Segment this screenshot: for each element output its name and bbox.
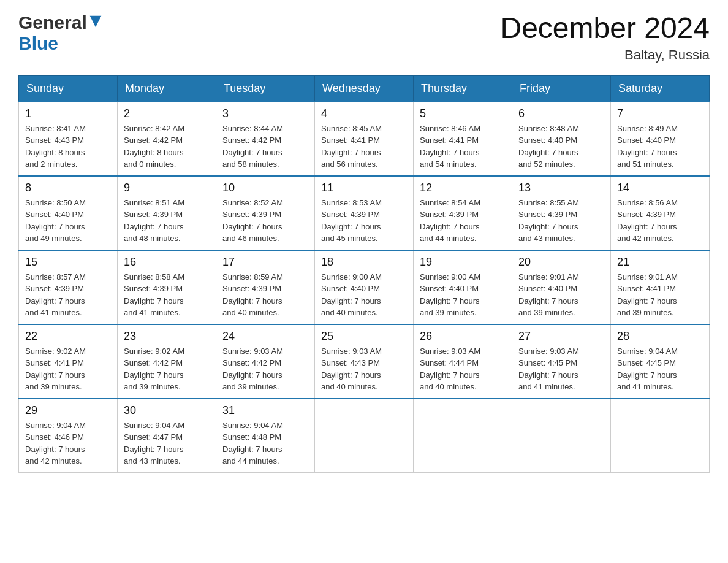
table-row: 24 Sunrise: 9:03 AMSunset: 4:42 PMDaylig… bbox=[216, 324, 315, 399]
day-info: Sunrise: 9:01 AMSunset: 4:40 PMDaylight:… bbox=[518, 271, 604, 319]
table-row: 26 Sunrise: 9:03 AMSunset: 4:44 PMDaylig… bbox=[414, 324, 512, 399]
table-row: 16 Sunrise: 8:58 AMSunset: 4:39 PMDaylig… bbox=[118, 250, 216, 324]
day-info: Sunrise: 9:01 AMSunset: 4:41 PMDaylight:… bbox=[617, 271, 703, 319]
table-row: 6 Sunrise: 8:48 AMSunset: 4:40 PMDayligh… bbox=[512, 102, 611, 176]
day-info: Sunrise: 8:41 AMSunset: 4:43 PMDaylight:… bbox=[25, 123, 111, 170]
day-info: Sunrise: 9:04 AMSunset: 4:45 PMDaylight:… bbox=[617, 345, 703, 393]
day-info: Sunrise: 8:55 AMSunset: 4:39 PMDaylight:… bbox=[518, 197, 604, 245]
table-row: 22 Sunrise: 9:02 AMSunset: 4:41 PMDaylig… bbox=[19, 324, 118, 399]
table-row: 23 Sunrise: 9:02 AMSunset: 4:42 PMDaylig… bbox=[118, 324, 216, 399]
logo-icon bbox=[87, 13, 104, 33]
day-number: 26 bbox=[420, 330, 506, 343]
table-row: 11 Sunrise: 8:53 AMSunset: 4:39 PMDaylig… bbox=[315, 176, 414, 250]
day-number: 17 bbox=[222, 256, 308, 269]
table-row: 8 Sunrise: 8:50 AMSunset: 4:40 PMDayligh… bbox=[19, 176, 118, 250]
day-number: 20 bbox=[518, 256, 604, 269]
day-info: Sunrise: 8:57 AMSunset: 4:39 PMDaylight:… bbox=[25, 271, 111, 319]
day-info: Sunrise: 8:42 AMSunset: 4:42 PMDaylight:… bbox=[124, 123, 210, 170]
day-number: 1 bbox=[25, 107, 111, 120]
day-number: 25 bbox=[321, 330, 407, 343]
table-row: 4 Sunrise: 8:45 AMSunset: 4:41 PMDayligh… bbox=[315, 102, 414, 176]
day-info: Sunrise: 9:04 AMSunset: 4:46 PMDaylight:… bbox=[25, 419, 111, 467]
day-info: Sunrise: 9:02 AMSunset: 4:42 PMDaylight:… bbox=[124, 345, 210, 393]
calendar-week-row: 22 Sunrise: 9:02 AMSunset: 4:41 PMDaylig… bbox=[19, 324, 710, 399]
day-number: 8 bbox=[25, 182, 111, 194]
table-row bbox=[315, 399, 414, 473]
day-info: Sunrise: 8:50 AMSunset: 4:40 PMDaylight:… bbox=[25, 197, 111, 245]
day-number: 23 bbox=[124, 330, 210, 343]
day-info: Sunrise: 9:02 AMSunset: 4:41 PMDaylight:… bbox=[25, 345, 111, 393]
col-saturday: Saturday bbox=[611, 75, 710, 102]
day-info: Sunrise: 8:48 AMSunset: 4:40 PMDaylight:… bbox=[518, 123, 604, 170]
table-row: 30 Sunrise: 9:04 AMSunset: 4:47 PMDaylig… bbox=[118, 399, 216, 473]
calendar-week-row: 15 Sunrise: 8:57 AMSunset: 4:39 PMDaylig… bbox=[19, 250, 710, 324]
table-row: 9 Sunrise: 8:51 AMSunset: 4:39 PMDayligh… bbox=[118, 176, 216, 250]
table-row: 25 Sunrise: 9:03 AMSunset: 4:43 PMDaylig… bbox=[315, 324, 414, 399]
day-number: 31 bbox=[222, 404, 308, 417]
day-number: 11 bbox=[321, 182, 407, 194]
table-row: 19 Sunrise: 9:00 AMSunset: 4:40 PMDaylig… bbox=[414, 250, 512, 324]
calendar-week-row: 1 Sunrise: 8:41 AMSunset: 4:43 PMDayligh… bbox=[19, 102, 710, 176]
col-monday: Monday bbox=[118, 75, 216, 102]
day-number: 10 bbox=[222, 182, 308, 194]
day-number: 16 bbox=[124, 256, 210, 269]
col-friday: Friday bbox=[512, 75, 611, 102]
day-info: Sunrise: 9:04 AMSunset: 4:47 PMDaylight:… bbox=[124, 419, 210, 467]
table-row: 3 Sunrise: 8:44 AMSunset: 4:42 PMDayligh… bbox=[216, 102, 315, 176]
table-row: 28 Sunrise: 9:04 AMSunset: 4:45 PMDaylig… bbox=[611, 324, 710, 399]
day-number: 5 bbox=[420, 107, 506, 120]
title-area: December 2024 Baltay, Russia bbox=[500, 12, 710, 63]
day-info: Sunrise: 8:52 AMSunset: 4:39 PMDaylight:… bbox=[222, 197, 308, 245]
day-info: Sunrise: 9:03 AMSunset: 4:43 PMDaylight:… bbox=[321, 345, 407, 393]
day-number: 30 bbox=[124, 404, 210, 417]
calendar-header-row: Sunday Monday Tuesday Wednesday Thursday… bbox=[19, 75, 710, 102]
day-number: 19 bbox=[420, 256, 506, 269]
day-info: Sunrise: 8:59 AMSunset: 4:39 PMDaylight:… bbox=[222, 271, 308, 319]
day-number: 6 bbox=[518, 107, 604, 120]
table-row: 14 Sunrise: 8:56 AMSunset: 4:39 PMDaylig… bbox=[611, 176, 710, 250]
table-row: 20 Sunrise: 9:01 AMSunset: 4:40 PMDaylig… bbox=[512, 250, 611, 324]
day-number: 27 bbox=[518, 330, 604, 343]
day-info: Sunrise: 9:00 AMSunset: 4:40 PMDaylight:… bbox=[321, 271, 407, 319]
day-number: 24 bbox=[222, 330, 308, 343]
table-row: 15 Sunrise: 8:57 AMSunset: 4:39 PMDaylig… bbox=[19, 250, 118, 324]
col-sunday: Sunday bbox=[19, 75, 118, 102]
calendar-week-row: 8 Sunrise: 8:50 AMSunset: 4:40 PMDayligh… bbox=[19, 176, 710, 250]
day-info: Sunrise: 9:03 AMSunset: 4:44 PMDaylight:… bbox=[420, 345, 506, 393]
day-number: 29 bbox=[25, 404, 111, 417]
page-header: General Blue December 2024 Baltay, Russi… bbox=[18, 12, 710, 63]
day-info: Sunrise: 8:56 AMSunset: 4:39 PMDaylight:… bbox=[617, 197, 703, 245]
logo-general: General bbox=[18, 12, 87, 33]
day-number: 3 bbox=[222, 107, 308, 120]
table-row: 10 Sunrise: 8:52 AMSunset: 4:39 PMDaylig… bbox=[216, 176, 315, 250]
table-row: 12 Sunrise: 8:54 AMSunset: 4:39 PMDaylig… bbox=[414, 176, 512, 250]
day-info: Sunrise: 8:49 AMSunset: 4:40 PMDaylight:… bbox=[617, 123, 703, 170]
day-info: Sunrise: 8:53 AMSunset: 4:39 PMDaylight:… bbox=[321, 197, 407, 245]
day-number: 14 bbox=[617, 182, 703, 194]
table-row: 27 Sunrise: 9:03 AMSunset: 4:45 PMDaylig… bbox=[512, 324, 611, 399]
table-row: 1 Sunrise: 8:41 AMSunset: 4:43 PMDayligh… bbox=[19, 102, 118, 176]
day-info: Sunrise: 8:54 AMSunset: 4:39 PMDaylight:… bbox=[420, 197, 506, 245]
day-info: Sunrise: 9:03 AMSunset: 4:45 PMDaylight:… bbox=[518, 345, 604, 393]
day-number: 7 bbox=[617, 107, 703, 120]
table-row: 13 Sunrise: 8:55 AMSunset: 4:39 PMDaylig… bbox=[512, 176, 611, 250]
table-row bbox=[414, 399, 512, 473]
col-wednesday: Wednesday bbox=[315, 75, 414, 102]
day-number: 21 bbox=[617, 256, 703, 269]
day-number: 13 bbox=[518, 182, 604, 194]
day-number: 18 bbox=[321, 256, 407, 269]
day-number: 2 bbox=[124, 107, 210, 120]
table-row: 2 Sunrise: 8:42 AMSunset: 4:42 PMDayligh… bbox=[118, 102, 216, 176]
table-row: 21 Sunrise: 9:01 AMSunset: 4:41 PMDaylig… bbox=[611, 250, 710, 324]
logo: General Blue bbox=[18, 12, 104, 54]
table-row bbox=[611, 399, 710, 473]
logo-blue: Blue bbox=[18, 33, 58, 53]
table-row: 5 Sunrise: 8:46 AMSunset: 4:41 PMDayligh… bbox=[414, 102, 512, 176]
table-row: 7 Sunrise: 8:49 AMSunset: 4:40 PMDayligh… bbox=[611, 102, 710, 176]
day-number: 9 bbox=[124, 182, 210, 194]
day-info: Sunrise: 8:45 AMSunset: 4:41 PMDaylight:… bbox=[321, 123, 407, 170]
table-row: 31 Sunrise: 9:04 AMSunset: 4:48 PMDaylig… bbox=[216, 399, 315, 473]
day-info: Sunrise: 8:44 AMSunset: 4:42 PMDaylight:… bbox=[222, 123, 308, 170]
calendar-week-row: 29 Sunrise: 9:04 AMSunset: 4:46 PMDaylig… bbox=[19, 399, 710, 473]
day-number: 22 bbox=[25, 330, 111, 343]
